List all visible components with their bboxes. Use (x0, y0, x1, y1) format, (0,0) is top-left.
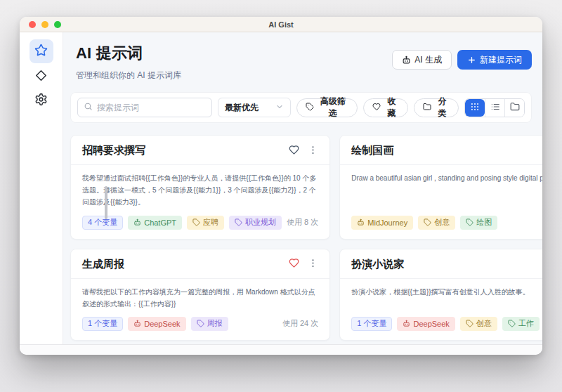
cards-grid: 招聘要求撰写 我希望通过面试招聘{{工作角色}}的专业人员，请提供{{工作角色}… (70, 135, 532, 341)
folder-icon (423, 103, 431, 113)
variable-badge: 1 个变量 (351, 317, 392, 331)
more-menu-button[interactable] (308, 258, 318, 270)
minimize-window-button[interactable] (41, 21, 48, 28)
sidebar-item-prompts[interactable] (30, 39, 53, 63)
list-icon (490, 102, 500, 114)
advanced-filter-button[interactable]: 高级筛选 (296, 98, 358, 117)
tag-icon (306, 103, 314, 113)
prompt-card[interactable]: 招聘要求撰写 我希望通过面试招聘{{工作角色}}的专业人员，请提供{{工作角色}… (70, 135, 330, 240)
prompt-card-tags: 4 个变量ChatGPT应聘职业规划 (82, 216, 282, 230)
scrollbar-thumb[interactable] (105, 186, 107, 219)
prompt-card[interactable]: 扮演小说家 扮演小说家，根据{{主题}}撰写富有创意引人入胜的故事。 1 个变量… (339, 249, 542, 341)
chevron-down-icon (275, 101, 284, 114)
model-badge[interactable]: DeepSeek (397, 317, 455, 331)
prompt-card-title: 绘制国画 (351, 144, 393, 157)
tag-badge[interactable]: 绘图 (460, 216, 497, 230)
prompt-card-title: 招聘要求撰写 (82, 144, 145, 157)
search-input[interactable] (97, 103, 206, 112)
variable-badge: 4 个变量 (82, 216, 123, 230)
prompt-card-tags: 1 个变量DeepSeek创意工作 (351, 317, 540, 331)
usage-count: 使用 8 次 (287, 217, 318, 228)
main-area: AI 提示词 管理和组织你的 AI 提示词库 AI 生成 新建提示词 (63, 32, 542, 344)
sidebar-item-tags[interactable] (30, 66, 53, 87)
prompt-card-content: 扮演小说家，根据{{主题}}撰写富有创意引人入胜的故事。 (340, 279, 542, 310)
tag-icon (424, 218, 431, 226)
sidebar (20, 32, 63, 344)
favorite-button[interactable] (289, 145, 299, 157)
search-box[interactable] (77, 98, 212, 117)
plus-icon (467, 55, 476, 65)
search-icon (84, 101, 93, 114)
page-title: AI 提示词 (76, 43, 181, 64)
tag-icon (466, 218, 473, 226)
diamond-icon (34, 69, 48, 84)
grid-view-button[interactable] (465, 99, 485, 117)
prompt-card[interactable]: 绘制国画 Draw a beautiful asian girl , stand… (339, 135, 542, 240)
tag-icon (197, 320, 204, 327)
folder-icon (510, 102, 520, 114)
prompt-card-content: Draw a beautiful asian girl , standing a… (340, 165, 542, 209)
tag-badge[interactable]: 应聘 (187, 216, 224, 230)
tag-icon (466, 320, 473, 327)
list-view-button[interactable] (485, 99, 504, 117)
ai-generate-button[interactable]: AI 生成 (392, 50, 452, 70)
tag-badge[interactable]: 创意 (418, 216, 455, 230)
prompt-card-title: 扮演小说家 (351, 258, 404, 271)
window-footer (20, 344, 542, 355)
view-toggle (464, 98, 525, 117)
sort-select[interactable]: 最新优先 (218, 98, 291, 117)
robot-icon (402, 55, 411, 65)
categories-button[interactable]: 分类 (414, 98, 459, 117)
titlebar: AI Gist (20, 17, 542, 32)
heart-icon (372, 103, 381, 113)
kebab-menu-icon (308, 145, 318, 157)
model-badge[interactable]: DeepSeek (128, 317, 185, 331)
toolbar: 最新优先 高级筛选 收藏 分类 (70, 92, 532, 123)
star-icon (34, 44, 48, 59)
tag-icon (235, 218, 242, 226)
page-subtitle: 管理和组织你的 AI 提示词库 (76, 70, 181, 81)
usage-count: 使用 24 次 (282, 318, 318, 329)
more-menu-button[interactable] (308, 145, 318, 157)
tag-badge[interactable]: 周报 (191, 317, 228, 331)
tag-badge[interactable]: 创意 (460, 317, 497, 331)
robot-icon (133, 320, 141, 327)
heart-icon (289, 258, 299, 270)
robot-icon (403, 320, 410, 327)
gear-icon (34, 93, 48, 108)
tag-badge[interactable]: 工作 (502, 317, 540, 331)
model-badge[interactable]: MidJourney (351, 216, 413, 230)
prompt-card[interactable]: 生成周报 请帮我把以下的工作内容填充为一篇完整的周报，用 Markdown 格式… (70, 249, 330, 341)
new-prompt-button[interactable]: 新建提示词 (457, 50, 532, 70)
tag-badge[interactable]: 职业规划 (229, 216, 282, 230)
favorites-filter-button[interactable]: 收藏 (363, 98, 408, 117)
traffic-lights (29, 17, 61, 32)
variable-badge: 1 个变量 (82, 317, 123, 331)
tag-icon (508, 320, 516, 327)
kebab-menu-icon (308, 258, 318, 270)
prompt-card-content: 请帮我把以下的工作内容填充为一篇完整的周报，用 Markdown 格式以分点叙述… (71, 279, 329, 310)
app-window: AI Gist AI 提示词 管理和组织你的 AI 提示词库 (20, 17, 542, 355)
heart-icon (289, 145, 299, 157)
close-window-button[interactable] (29, 21, 36, 28)
prompt-card-title: 生成周报 (82, 258, 124, 271)
window-title: AI Gist (268, 20, 293, 29)
sidebar-item-settings[interactable] (30, 90, 53, 111)
tag-icon (192, 218, 200, 226)
model-badge[interactable]: ChatGPT (128, 216, 182, 230)
prompt-card-content: 我希望通过面试招聘{{工作角色}}的专业人员，请提供{{工作角色}}的 10 个… (71, 165, 329, 209)
robot-icon (133, 218, 141, 226)
zoom-window-button[interactable] (54, 21, 61, 28)
prompt-card-tags: 1 个变量DeepSeek周报 (82, 317, 228, 331)
favorite-button[interactable] (289, 258, 299, 270)
folder-view-button[interactable] (504, 99, 524, 117)
grid-icon (470, 102, 480, 114)
robot-icon (357, 218, 365, 226)
prompt-card-tags: MidJourney创意绘图 (351, 216, 497, 230)
